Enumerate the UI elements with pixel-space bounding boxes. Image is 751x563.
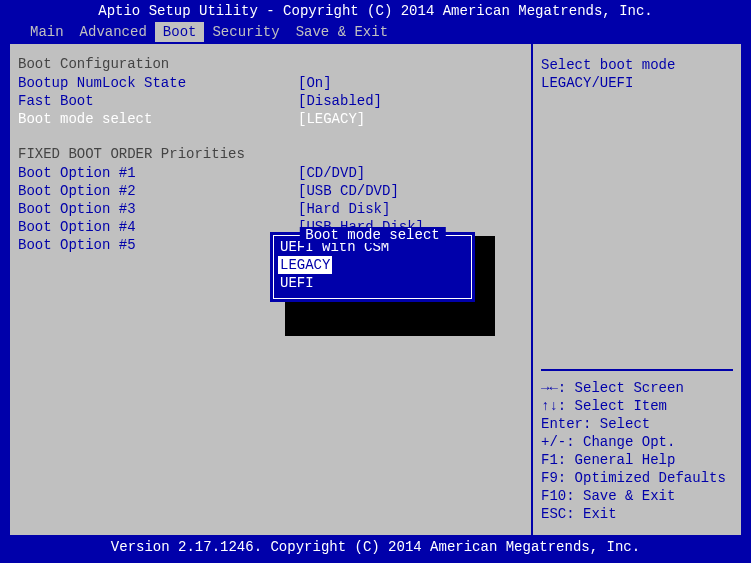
- row-boot-mode-select[interactable]: Boot mode select [LEGACY]: [18, 110, 523, 128]
- label-boot-option-1: Boot Option #1: [18, 164, 298, 182]
- tab-advanced[interactable]: Advanced: [72, 22, 155, 42]
- popup-boot-mode-select: Boot mode select UEFI with CSM LEGACY UE…: [270, 232, 475, 302]
- row-boot-option-2[interactable]: Boot Option #2 [USB CD/DVD]: [18, 182, 523, 200]
- tab-security[interactable]: Security: [204, 22, 287, 42]
- desc-line-2: LEGACY/UEFI: [541, 74, 733, 92]
- section-fixed-boot-order: FIXED BOOT ORDER Priorities: [18, 146, 523, 162]
- row-boot-option-3[interactable]: Boot Option #3 [Hard Disk]: [18, 200, 523, 218]
- tab-boot[interactable]: Boot: [155, 22, 205, 42]
- value-boot-option-1: [CD/DVD]: [298, 164, 365, 182]
- label-fast-boot: Fast Boot: [18, 92, 298, 110]
- label-boot-option-2: Boot Option #2: [18, 182, 298, 200]
- label-boot-option-3: Boot Option #3: [18, 200, 298, 218]
- help-section: →←: Select Screen ↑↓: Select Item Enter:…: [541, 369, 733, 523]
- value-boot-option-3: [Hard Disk]: [298, 200, 390, 218]
- value-fast-boot: [Disabled]: [298, 92, 382, 110]
- tab-main[interactable]: Main: [22, 22, 72, 42]
- help-change-opt: +/-: Change Opt.: [541, 433, 733, 451]
- value-numlock: [On]: [298, 74, 332, 92]
- help-esc: ESC: Exit: [541, 505, 733, 523]
- label-numlock: Bootup NumLock State: [18, 74, 298, 92]
- label-boot-mode-select: Boot mode select: [18, 110, 298, 128]
- help-f9: F9: Optimized Defaults: [541, 469, 733, 487]
- label-boot-option-5: Boot Option #5: [18, 236, 298, 254]
- row-fast-boot[interactable]: Fast Boot [Disabled]: [18, 92, 523, 110]
- desc-line-1: Select boot mode: [541, 56, 733, 74]
- left-panel: Boot Configuration Bootup NumLock State …: [10, 44, 531, 535]
- header-title: Aptio Setup Utility - Copyright (C) 2014…: [0, 0, 751, 22]
- section-boot-config: Boot Configuration: [18, 56, 523, 72]
- help-enter: Enter: Select: [541, 415, 733, 433]
- label-boot-option-4: Boot Option #4: [18, 218, 298, 236]
- value-boot-mode-select: [LEGACY]: [298, 110, 365, 128]
- row-numlock[interactable]: Bootup NumLock State [On]: [18, 74, 523, 92]
- popup-item-legacy[interactable]: LEGACY: [278, 256, 332, 274]
- help-select-item: ↑↓: Select Item: [541, 397, 733, 415]
- help-f10: F10: Save & Exit: [541, 487, 733, 505]
- help-select-screen: →←: Select Screen: [541, 379, 733, 397]
- footer-text: Version 2.17.1246. Copyright (C) 2014 Am…: [0, 537, 751, 557]
- right-panel: Select boot mode LEGACY/UEFI →←: Select …: [531, 44, 741, 535]
- tab-bar: Main Advanced Boot Security Save & Exit: [0, 22, 751, 42]
- popup-title: Boot mode select: [299, 227, 445, 243]
- main-area: Boot Configuration Bootup NumLock State …: [8, 42, 743, 537]
- popup-item-uefi[interactable]: UEFI: [278, 274, 467, 292]
- help-f1: F1: General Help: [541, 451, 733, 469]
- tab-save-exit[interactable]: Save & Exit: [288, 22, 396, 42]
- row-boot-option-1[interactable]: Boot Option #1 [CD/DVD]: [18, 164, 523, 182]
- value-boot-option-2: [USB CD/DVD]: [298, 182, 399, 200]
